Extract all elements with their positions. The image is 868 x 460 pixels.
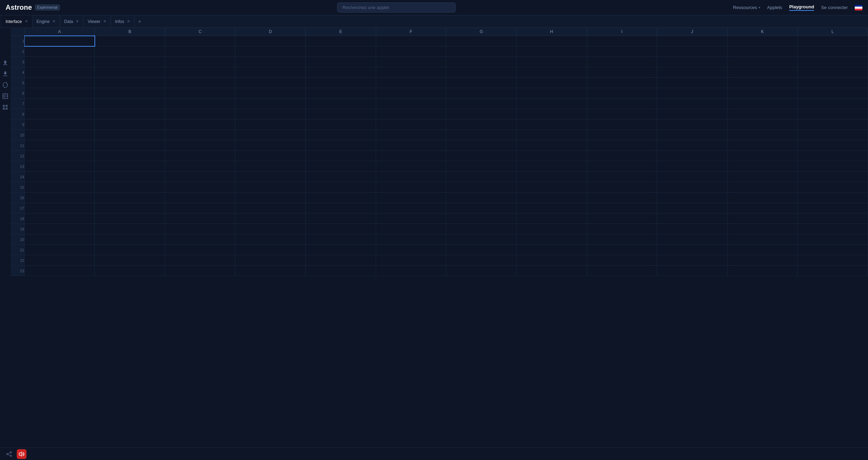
cell-A21[interactable] (24, 245, 95, 255)
cell-I4[interactable] (587, 67, 657, 78)
cell-C9[interactable] (165, 119, 235, 130)
cell-G6[interactable] (446, 88, 517, 99)
cell-I19[interactable] (587, 224, 657, 234)
cell-K16[interactable] (727, 193, 798, 203)
cell-K1[interactable] (727, 36, 798, 46)
cell-K2[interactable] (727, 46, 798, 57)
cell-C2[interactable] (165, 46, 235, 57)
cell-A18[interactable] (24, 213, 95, 224)
cell-A1[interactable] (24, 36, 95, 46)
tab-infos[interactable]: Infos ✕ (111, 15, 135, 28)
cell-A11[interactable] (24, 140, 95, 151)
cell-E3[interactable] (306, 57, 376, 67)
cell-E5[interactable] (306, 78, 376, 88)
cell-G17[interactable] (446, 203, 517, 213)
share-icon[interactable] (4, 449, 14, 459)
cell-E1[interactable] (306, 36, 376, 46)
cell-G18[interactable] (446, 213, 517, 224)
cell-H22[interactable] (516, 255, 587, 266)
cell-K5[interactable] (727, 78, 798, 88)
cell-B13[interactable] (95, 161, 165, 172)
cell-L2[interactable] (798, 46, 868, 57)
cell-F6[interactable] (376, 88, 446, 99)
cell-K23[interactable] (727, 266, 798, 276)
cell-H2[interactable] (516, 46, 587, 57)
cell-G13[interactable] (446, 161, 517, 172)
cell-E21[interactable] (306, 245, 376, 255)
cell-D20[interactable] (235, 234, 306, 245)
cell-B5[interactable] (95, 78, 165, 88)
nav-playground[interactable]: Playground (789, 4, 814, 11)
cell-C5[interactable] (165, 78, 235, 88)
cell-D6[interactable] (235, 88, 306, 99)
cell-J9[interactable] (657, 119, 728, 130)
cell-F21[interactable] (376, 245, 446, 255)
cell-B7[interactable] (95, 99, 165, 109)
cell-C23[interactable] (165, 266, 235, 276)
cell-C17[interactable] (165, 203, 235, 213)
cell-B9[interactable] (95, 119, 165, 130)
cell-F8[interactable] (376, 109, 446, 119)
cell-C7[interactable] (165, 99, 235, 109)
cell-I6[interactable] (587, 88, 657, 99)
cell-J4[interactable] (657, 67, 728, 78)
cell-H21[interactable] (516, 245, 587, 255)
cell-C18[interactable] (165, 213, 235, 224)
sync-icon[interactable] (0, 80, 10, 90)
tab-close-data[interactable]: ✕ (76, 20, 79, 23)
col-header-C[interactable]: C (165, 28, 235, 36)
cell-L8[interactable] (798, 109, 868, 119)
cell-H20[interactable] (516, 234, 587, 245)
cell-H19[interactable] (516, 224, 587, 234)
cell-B16[interactable] (95, 193, 165, 203)
cell-H15[interactable] (516, 182, 587, 193)
spreadsheet-container[interactable]: A B C D E F G H I J K L 1234567891011121… (10, 28, 868, 447)
cell-E23[interactable] (306, 266, 376, 276)
cell-A20[interactable] (24, 234, 95, 245)
cell-B20[interactable] (95, 234, 165, 245)
cell-A17[interactable] (24, 203, 95, 213)
cell-K17[interactable] (727, 203, 798, 213)
cell-J17[interactable] (657, 203, 728, 213)
cell-J13[interactable] (657, 161, 728, 172)
cell-I12[interactable] (587, 151, 657, 161)
cell-C21[interactable] (165, 245, 235, 255)
cell-F5[interactable] (376, 78, 446, 88)
cell-F9[interactable] (376, 119, 446, 130)
cell-G11[interactable] (446, 140, 517, 151)
cell-J12[interactable] (657, 151, 728, 161)
cell-L12[interactable] (798, 151, 868, 161)
cell-F17[interactable] (376, 203, 446, 213)
cell-L21[interactable] (798, 245, 868, 255)
cell-G16[interactable] (446, 193, 517, 203)
cell-C3[interactable] (165, 57, 235, 67)
language-flag-icon[interactable] (855, 5, 862, 10)
cell-E15[interactable] (306, 182, 376, 193)
cell-K19[interactable] (727, 224, 798, 234)
cell-E7[interactable] (306, 99, 376, 109)
cell-B4[interactable] (95, 67, 165, 78)
cell-H12[interactable] (516, 151, 587, 161)
cell-J2[interactable] (657, 46, 728, 57)
cell-I7[interactable] (587, 99, 657, 109)
cell-B15[interactable] (95, 182, 165, 193)
cell-I11[interactable] (587, 140, 657, 151)
nav-se-connecter[interactable]: Se connecter (821, 5, 848, 10)
tab-engine[interactable]: Engine ✕ (32, 15, 60, 28)
cell-I15[interactable] (587, 182, 657, 193)
cell-E13[interactable] (306, 161, 376, 172)
cell-D21[interactable] (235, 245, 306, 255)
cell-D9[interactable] (235, 119, 306, 130)
cell-K20[interactable] (727, 234, 798, 245)
cell-J23[interactable] (657, 266, 728, 276)
cell-C12[interactable] (165, 151, 235, 161)
cell-L3[interactable] (798, 57, 868, 67)
cell-C16[interactable] (165, 193, 235, 203)
cell-F22[interactable] (376, 255, 446, 266)
cell-L18[interactable] (798, 213, 868, 224)
cell-D22[interactable] (235, 255, 306, 266)
cell-H1[interactable] (516, 36, 587, 46)
cell-E2[interactable] (306, 46, 376, 57)
cell-F16[interactable] (376, 193, 446, 203)
cell-J7[interactable] (657, 99, 728, 109)
